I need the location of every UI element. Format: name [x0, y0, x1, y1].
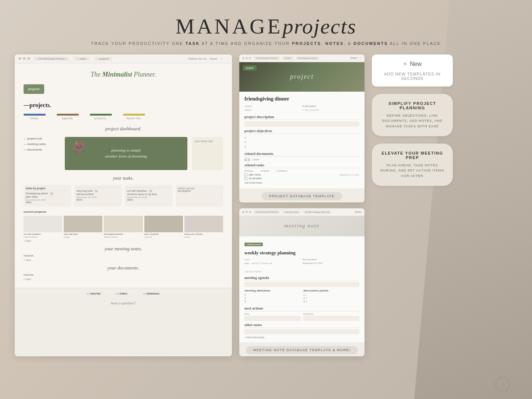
browser-tab-2: — index. — [74, 57, 90, 61]
more-icon[interactable]: ··· — [226, 57, 228, 60]
sd-5 — [246, 211, 248, 213]
hub-link-2[interactable]: — meeting notes. — [24, 142, 60, 146]
attendees-title: meeting attendees — [244, 289, 300, 292]
browser-bar: —The Minimalist Planner / — index. —proj… — [15, 54, 232, 63]
main-content: —The Minimalist Planner / — index. —proj… — [15, 54, 517, 356]
description-title: project description — [244, 115, 359, 120]
add-doc-btn[interactable]: + New — [24, 278, 223, 280]
doc-item: 📄 1 item — [244, 158, 359, 161]
project-card-label-5: living room refresh — [184, 232, 223, 236]
discussion-title: discussion points — [303, 289, 359, 292]
add-task-btn[interactable]: add button/task — [244, 181, 359, 184]
project-card-4[interactable]: start a podcast personal — [144, 216, 183, 238]
meeting-desc-section: add description — [244, 267, 359, 274]
share-icon-2[interactable]: Share — [355, 211, 362, 213]
description-block — [244, 121, 359, 127]
project-tab-3: friendsgiving dinner — [296, 56, 319, 60]
meeting-template-card: The Minimalist Planner meeting notes wee… — [239, 208, 364, 356]
task-item-3-2: research races in my area — [127, 193, 170, 195]
discussion-3: 3. • — [303, 300, 359, 303]
elevate-desc: PLAN AHEAD, TAKE NOTES DURING, AND SET A… — [378, 163, 446, 179]
task-checkbox-2[interactable] — [244, 177, 247, 180]
meeting-detail: meeting notes weekly strategy planning s… — [239, 236, 364, 342]
meeting-desc-placeholder: add description — [244, 270, 262, 273]
meeting-meta-status: status — [244, 258, 302, 261]
hub-links: — project hub. — meeting notes. — docume… — [24, 137, 60, 170]
meeting-tag-container: meeting notes — [244, 240, 359, 248]
title-minimalist: Minimalist — [102, 71, 132, 78]
task-text-2: do all tasks — [249, 177, 262, 180]
meeting-template-caption: MEETING NOTE DATABASE TEMPLATE & MORE! — [239, 342, 364, 356]
screenshot-dots-1 — [242, 57, 251, 59]
subtitle-text: TRACK YOUR PRODUCTIVITY ONE — [91, 41, 183, 46]
project-card-2[interactable]: rainy day fund wealth — [64, 216, 102, 238]
no-projects-label: No projects — [178, 190, 221, 192]
scroll-indicator[interactable]: ↓ — [495, 377, 510, 392]
hub-image: 🌺 planning is simplyanother form of drea… — [65, 137, 187, 170]
footer-link-index[interactable]: — index. — [116, 292, 128, 295]
bookmark-icon[interactable]: ☆ — [359, 57, 362, 60]
current-projects-section: current projects: run half marathon heal… — [24, 210, 223, 242]
hub-section: — project hub. — meeting notes. — docume… — [24, 137, 223, 170]
elevate-title: ELEVATE YOUR MEETING PREP — [378, 151, 446, 160]
meeting-tag: meeting notes — [244, 243, 263, 246]
assignee-input[interactable] — [303, 316, 359, 321]
tasks-grid: tasks by project friendsgiving dinner 1 … — [24, 185, 223, 206]
meeting-tab-2: meeting notes — [282, 210, 301, 214]
browser-tabs: —The Minimalist Planner / — index. —proj… — [33, 57, 112, 61]
share-icon[interactable]: Share — [350, 57, 357, 60]
meeting-header-img: meeting note — [239, 216, 364, 236]
project-card-img-4 — [144, 216, 183, 232]
task-tags: planning complete in progress — [244, 170, 359, 172]
project-name: friendsgiving dinner — [244, 96, 359, 102]
project-card-img-2 — [64, 216, 102, 232]
new-btn[interactable]: + New — [403, 60, 422, 68]
footer-link-tutorial[interactable]: — tutorial. — [87, 292, 101, 295]
project-card-1[interactable]: run half marathon health & fitness — [24, 216, 62, 238]
planner-panel: —The Minimalist Planner / — index. —proj… — [15, 54, 232, 356]
hidden-group-label: Hidden groups: — [178, 187, 221, 190]
screenshot-actions-2: Share — [355, 211, 362, 213]
task-done-3: done — [127, 198, 170, 201]
task-text-1: plan menu — [249, 173, 261, 176]
objectives-section: project objectives 1. 2. 3. — [244, 129, 359, 149]
footer-link-database[interactable]: — database. — [143, 292, 160, 295]
hub-link-1[interactable]: — project hub. — [24, 137, 60, 140]
question-text: have a question? — [15, 299, 232, 307]
task-item-2-2: self accountant — [77, 193, 120, 195]
discussion-2: 2. • — [303, 297, 359, 299]
hub-decor: 🌺 — [72, 141, 86, 153]
doc-item-1[interactable]: resume. — [24, 273, 223, 276]
share-label: Share — [209, 57, 217, 60]
related-docs-section: related documents 📄 1 item — [244, 152, 359, 161]
task-input[interactable] — [244, 316, 301, 321]
planner-content: The Minimalist Planner. projects —projec… — [15, 63, 232, 288]
screenshot-dots-2 — [242, 211, 251, 213]
hub-link-3[interactable]: — documents. — [24, 148, 60, 151]
discussion-1: 1. • — [303, 293, 359, 296]
meeting-tab-1: The Minimalist Planner — [253, 210, 280, 214]
meta-sprints: sprints — [244, 105, 302, 107]
project-card-3[interactable]: friendsgiving dinner family & friends — [104, 216, 142, 238]
project-card-sub-1: health & fitness — [24, 236, 62, 238]
sd-6 — [249, 211, 251, 213]
add-button-label[interactable]: + Add button/task — [244, 336, 359, 339]
nav-bars: home. agenda. projects. future me. — [24, 114, 223, 120]
meta-add-prop[interactable]: + add property — [303, 109, 360, 111]
star-icon[interactable]: ☆ — [220, 57, 223, 60]
attendee-3: 3. — [244, 300, 300, 303]
projects-gallery: run half marathon health & fitness rainy… — [24, 216, 223, 238]
projects-heading: —projects. — [24, 102, 223, 109]
meta-status: status — [244, 109, 302, 111]
nav-label-home: home. — [30, 117, 39, 120]
meeting-item-1[interactable]: resume. — [24, 254, 223, 257]
task-column-2: rainy day fund 1 self accountant Septemb… — [74, 185, 122, 206]
add-meeting-btn[interactable]: + New — [24, 259, 223, 261]
add-new-btn[interactable]: + New — [24, 240, 223, 242]
subtitle-strong3: NOTES — [325, 41, 343, 46]
nav-label-projects: projects. — [95, 117, 108, 120]
project-card-5[interactable]: living room refresh to-dos — [184, 216, 223, 238]
task-checkbox-1[interactable] — [244, 173, 247, 176]
nav-label-futureme: future me. — [126, 117, 141, 120]
action-assignee-col: assignee — [303, 313, 359, 321]
